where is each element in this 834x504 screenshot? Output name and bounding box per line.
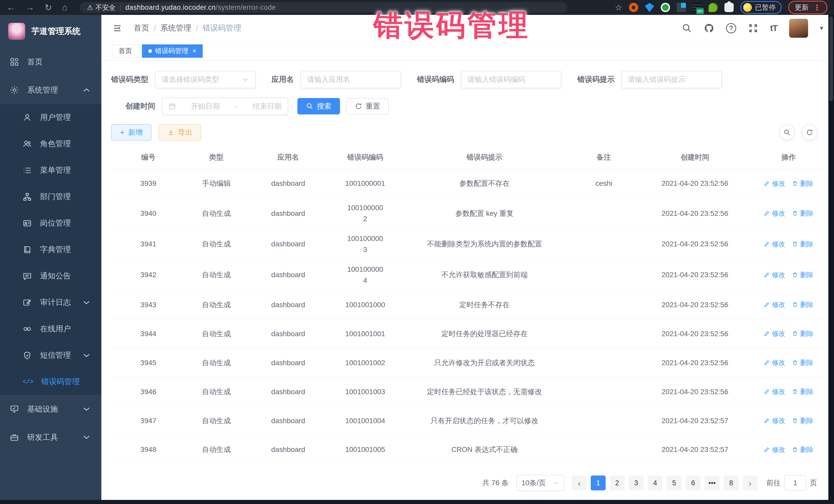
browser-update-button[interactable]: 更新 ⋮: [788, 1, 827, 14]
forward-icon[interactable]: →: [26, 2, 35, 13]
table-row: 3943 自动生成 dashboard 1001001000 定时任务不存在 2…: [111, 290, 826, 319]
more-pages-button[interactable]: •••: [705, 476, 720, 490]
export-button[interactable]: 导出: [159, 124, 201, 140]
sidebar-item-infrastructure[interactable]: 基础设施: [0, 395, 101, 423]
pencil-icon: [764, 359, 770, 366]
calendar-icon: [169, 103, 176, 110]
extension-green-circle-icon[interactable]: [661, 3, 670, 12]
sidebar-item-system[interactable]: 系统管理: [0, 76, 101, 104]
screen: ← → ↻ ⌂ ⚠ 不安全 dashboard.yudao.iocoder.cn…: [0, 0, 834, 504]
search-button[interactable]: 搜索: [298, 98, 340, 114]
delete-button[interactable]: 删除: [792, 178, 813, 189]
delete-button[interactable]: 删除: [792, 357, 813, 368]
sidebar-item-users[interactable]: 用户管理: [0, 104, 101, 131]
delete-button[interactable]: 删除: [792, 300, 813, 310]
error-msg-input[interactable]: 请输入错误码提示: [621, 71, 722, 88]
sidebar-item-dictionary[interactable]: 字典管理: [0, 236, 101, 263]
edit-button[interactable]: 修改: [764, 270, 785, 280]
edit-button[interactable]: 修改: [764, 239, 785, 249]
edit-button[interactable]: 修改: [764, 178, 785, 189]
error-type-select[interactable]: 请选择错误码类型: [155, 71, 256, 88]
scrollbar-thumb[interactable]: [829, 17, 833, 101]
refresh-table-button[interactable]: [802, 125, 817, 140]
cell-id: 3940: [111, 204, 185, 223]
page-size-select[interactable]: 10条/页: [516, 475, 564, 491]
search-icon[interactable]: [682, 23, 692, 34]
extension-list-icon[interactable]: on: [693, 3, 702, 12]
sidebar-item-sms[interactable]: 短信管理: [0, 342, 101, 369]
tab-home[interactable]: 首页: [112, 44, 138, 58]
extension-leaf-icon[interactable]: [708, 3, 718, 12]
next-page-button[interactable]: ›: [743, 476, 758, 490]
cell-msg: 只允许修改为开启或者关闭状态: [401, 353, 568, 372]
bookmark-star-icon[interactable]: ☆: [615, 3, 622, 12]
extension-orange-icon[interactable]: [629, 3, 638, 12]
not-secure-warning[interactable]: ⚠ 不安全: [87, 3, 115, 12]
extension-grid-icon[interactable]: [677, 3, 686, 12]
sidebar-item-audit-log[interactable]: 审计日志: [0, 289, 101, 316]
delete-button[interactable]: 删除: [792, 387, 813, 397]
fullscreen-icon[interactable]: [748, 23, 758, 34]
date-range-picker[interactable]: 开始日期 - 结束日期: [162, 97, 288, 115]
delete-button[interactable]: 删除: [792, 239, 813, 249]
delete-button[interactable]: 删除: [792, 328, 813, 339]
page-button-2[interactable]: 2: [610, 476, 624, 490]
cell-remark: [568, 271, 640, 279]
reload-icon[interactable]: ↻: [45, 2, 52, 13]
edit-button[interactable]: 修改: [764, 300, 785, 310]
sidebar-item-announcements[interactable]: 通知公告: [0, 263, 101, 289]
edit-button[interactable]: 修改: [764, 444, 785, 455]
sidebar-item-home[interactable]: 首页: [0, 48, 101, 76]
sidebar-item-menus[interactable]: 菜单管理: [0, 157, 101, 183]
tab-error-code[interactable]: 错误码管理 ×: [142, 44, 203, 58]
page-button-1[interactable]: 1: [591, 476, 606, 490]
add-button[interactable]: + 新增: [111, 124, 151, 140]
page-button-4[interactable]: 4: [648, 476, 663, 490]
window-scrollbar[interactable]: [828, 15, 834, 504]
page-button-3[interactable]: 3: [629, 476, 643, 490]
edit-button[interactable]: 修改: [764, 387, 785, 397]
sidebar-collapse-icon[interactable]: [112, 24, 123, 32]
edit-button[interactable]: 修改: [764, 208, 785, 218]
github-icon[interactable]: [704, 23, 714, 34]
edit-button[interactable]: 修改: [764, 357, 785, 368]
delete-button[interactable]: 删除: [792, 444, 813, 455]
goto-page-input[interactable]: [784, 475, 806, 491]
user-avatar[interactable]: [789, 19, 808, 38]
extensions-puzzle-icon[interactable]: [724, 3, 734, 12]
edit-button[interactable]: 修改: [764, 415, 785, 426]
profile-paused-badge[interactable]: 已暂停: [740, 1, 782, 14]
delete-button[interactable]: 删除: [792, 208, 813, 218]
delete-button[interactable]: 删除: [792, 270, 813, 280]
home-icon[interactable]: ⌂: [62, 2, 68, 13]
caret-down-icon[interactable]: ▾: [820, 24, 823, 32]
sidebar-item-roles[interactable]: 角色管理: [0, 131, 101, 157]
sidebar-item-devtools[interactable]: 研发工具: [0, 423, 101, 452]
close-icon[interactable]: ×: [193, 47, 196, 55]
sidebar-item-online-users[interactable]: 在线用户: [0, 316, 101, 342]
toggle-search-button[interactable]: [779, 125, 795, 140]
chevron-up-icon: [82, 85, 91, 95]
page-button-6[interactable]: 6: [686, 476, 701, 490]
back-icon[interactable]: ←: [7, 2, 15, 13]
breadcrumb-separator: /: [196, 24, 198, 32]
page-button-5[interactable]: 5: [667, 476, 682, 490]
app-name-input[interactable]: 请输入应用名: [301, 71, 401, 88]
sidebar-item-error-code[interactable]: </> 错误码管理: [0, 369, 101, 395]
delete-button[interactable]: 删除: [792, 415, 813, 426]
extension-gem-icon[interactable]: [645, 3, 654, 12]
error-code-input[interactable]: 请输入错误码编码: [461, 71, 562, 88]
breadcrumb-system[interactable]: 系统管理: [160, 23, 191, 34]
font-size-icon[interactable]: tT: [770, 23, 777, 33]
help-icon[interactable]: ?: [726, 23, 736, 34]
browser-menu-icon[interactable]: ⋮: [813, 3, 821, 12]
sidebar-item-departments[interactable]: 部门管理: [0, 183, 101, 210]
edit-button[interactable]: 修改: [764, 328, 785, 339]
breadcrumb-home[interactable]: 首页: [134, 23, 149, 34]
reset-button[interactable]: 重置: [346, 98, 389, 114]
app-logo[interactable]: 芋道管理系统: [0, 15, 101, 48]
prev-page-button[interactable]: ‹: [572, 476, 587, 490]
page-button-8[interactable]: 8: [724, 476, 739, 490]
table-row: 3942 自动生成 dashboard 100100000 4 不允许获取敏感配…: [111, 259, 826, 290]
sidebar-item-posts[interactable]: 岗位管理: [0, 210, 101, 236]
